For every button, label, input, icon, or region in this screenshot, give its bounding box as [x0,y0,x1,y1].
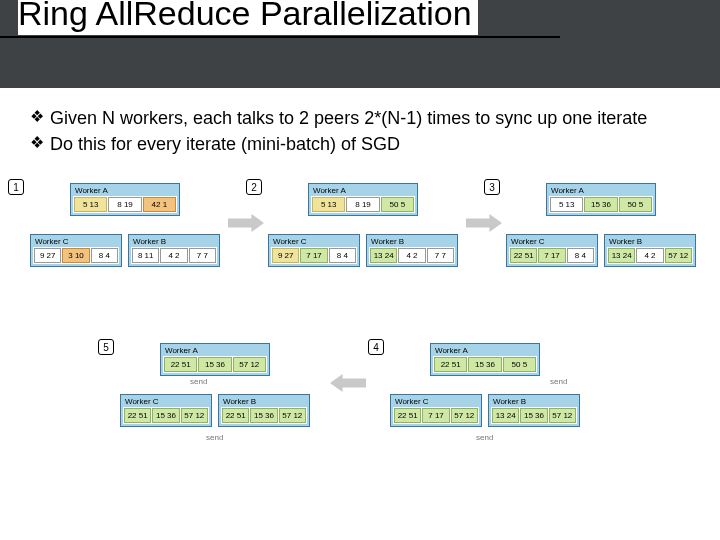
cell: 13 24 [608,248,635,263]
ring-allreduce-diagram: 1 Worker A 5 13 8 19 42 1 Worker C 9 27 … [10,173,710,513]
cell: 22 51 [222,408,249,423]
cell: 13 24 [492,408,519,423]
cell: 8 4 [567,248,594,263]
worker-a: Worker A 5 13 8 19 50 5 [308,183,418,216]
worker-label: Worker C [271,237,357,247]
stage-1: 1 Worker A 5 13 8 19 42 1 Worker C 9 27 … [30,183,220,271]
bullet-icon: ❖ [30,132,44,156]
worker-label: Worker A [163,346,267,356]
step-badge: 3 [484,179,500,195]
bullet-list: ❖ Given N workers, each talks to 2 peers… [0,88,720,167]
send-label: send [550,377,567,386]
worker-label: Worker A [73,186,177,196]
worker-label: Worker A [549,186,653,196]
cell: 8 11 [132,248,159,263]
worker-label: Worker C [33,237,119,247]
cell: 57 12 [233,357,266,372]
cell: 13 24 [370,248,397,263]
cell: 42 1 [143,197,176,212]
cell: 57 12 [665,248,692,263]
worker-label: Worker B [491,397,577,407]
cell: 15 36 [468,357,501,372]
worker-b: Worker B 13 24 4 2 7 7 [366,234,458,267]
worker-c: Worker C 22 51 7 17 57 12 [390,394,482,427]
worker-label: Worker C [393,397,479,407]
worker-c: Worker C 9 27 3 10 8 4 [30,234,122,267]
worker-label: Worker B [131,237,217,247]
step-badge: 4 [368,339,384,355]
cell: 50 5 [381,197,414,212]
svg-marker-1 [466,214,502,232]
cell: 8 19 [346,197,379,212]
worker-label: Worker B [369,237,455,247]
cell: 22 51 [434,357,467,372]
worker-c: Worker C 22 51 15 36 57 12 [120,394,212,427]
cell: 22 51 [394,408,421,423]
worker-label: Worker A [433,346,537,356]
worker-c: Worker C 9 27 7 17 8 4 [268,234,360,267]
cell: 50 5 [619,197,652,212]
worker-a: Worker A 5 13 15 36 50 5 [546,183,656,216]
cell: 9 27 [34,248,61,263]
title-band: Ring AllReduce Parallelization [0,0,720,88]
cell: 7 7 [427,248,454,263]
cell: 4 2 [160,248,187,263]
worker-b: Worker B 13 24 4 2 57 12 [604,234,696,267]
bullet-icon: ❖ [30,106,44,130]
cell: 8 19 [108,197,141,212]
svg-marker-2 [330,374,366,392]
cell: 8 4 [329,248,356,263]
send-label: send [476,433,493,442]
worker-label: Worker B [221,397,307,407]
cell: 9 27 [272,248,299,263]
bullet-text: Do this for every iterate (mini-batch) o… [50,132,400,156]
cell: 15 36 [152,408,179,423]
worker-label: Worker C [509,237,595,247]
title-underline [0,36,720,38]
cell: 5 13 [74,197,107,212]
cell: 57 12 [279,408,306,423]
worker-b: Worker B 13 24 15 36 57 12 [488,394,580,427]
bullet-item: ❖ Do this for every iterate (mini-batch)… [30,132,696,156]
cell: 15 36 [584,197,617,212]
worker-label: Worker A [311,186,415,196]
bullet-item: ❖ Given N workers, each talks to 2 peers… [30,106,696,130]
cell: 4 2 [398,248,425,263]
cell: 7 17 [300,248,327,263]
worker-a: Worker A 22 51 15 36 50 5 [430,343,540,376]
cell: 7 7 [189,248,216,263]
stage-2: 2 Worker A 5 13 8 19 50 5 Worker C 9 27 … [268,183,458,271]
cell: 4 2 [636,248,663,263]
arrow-left-icon [330,373,366,393]
cell: 7 17 [422,408,449,423]
worker-a: Worker A 5 13 8 19 42 1 [70,183,180,216]
stage-4: 4 Worker A 22 51 15 36 50 5 send Worker … [390,343,580,431]
step-badge: 2 [246,179,262,195]
slide-title: Ring AllReduce Parallelization [18,0,478,35]
cell: 22 51 [124,408,151,423]
worker-a: Worker A 22 51 15 36 57 12 [160,343,270,376]
cell: 57 12 [451,408,478,423]
cell: 7 17 [538,248,565,263]
send-label: send [206,433,223,442]
cell: 22 51 [510,248,537,263]
bullet-text: Given N workers, each talks to 2 peers 2… [50,106,647,130]
worker-b: Worker B 8 11 4 2 7 7 [128,234,220,267]
step-badge: 1 [8,179,24,195]
stage-3: 3 Worker A 5 13 15 36 50 5 Worker C 22 5… [506,183,696,271]
cell: 5 13 [312,197,345,212]
cell: 8 4 [91,248,118,263]
worker-b: Worker B 22 51 15 36 57 12 [218,394,310,427]
cell: 50 5 [503,357,536,372]
cell: 15 36 [198,357,231,372]
cell: 22 51 [164,357,197,372]
cell: 15 36 [520,408,547,423]
svg-marker-0 [228,214,264,232]
cell: 57 12 [549,408,576,423]
worker-label: Worker C [123,397,209,407]
stage-5: 5 Worker A 22 51 15 36 57 12 send Worker… [120,343,310,431]
cell: 57 12 [181,408,208,423]
arrow-right-icon [228,213,264,233]
step-badge: 5 [98,339,114,355]
worker-label: Worker B [607,237,693,247]
